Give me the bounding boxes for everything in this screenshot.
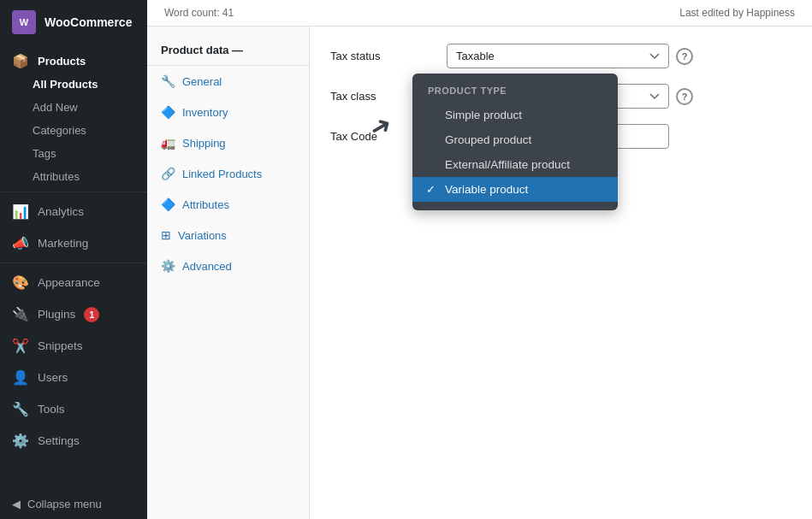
sidebar-item-tools[interactable]: 🔧 Tools [0, 393, 147, 425]
tax-class-help-icon[interactable]: ? [676, 88, 693, 105]
tab-inventory[interactable]: 🔷 Inventory [147, 97, 309, 127]
attributes-label: Attributes [33, 170, 80, 183]
analytics-icon: 📊 [12, 203, 29, 220]
attributes-tab-icon: 🔷 [161, 198, 175, 211]
variations-tab-label: Variations [178, 229, 227, 242]
tags-label: Tags [33, 147, 56, 160]
general-tab-label: General [182, 75, 222, 88]
collapse-menu-button[interactable]: ◀ Collapse menu [0, 489, 147, 519]
simple-product-label: Simple product [445, 109, 522, 121]
add-new-label: Add New [33, 101, 78, 114]
tax-status-select[interactable]: Taxable Shipping only None [447, 44, 669, 68]
plugins-badge: 1 [84, 307, 99, 322]
advanced-tab-label: Advanced [182, 260, 232, 273]
dropdown-option-simple[interactable]: Simple product [412, 103, 618, 127]
shipping-tab-label: Shipping [182, 137, 226, 150]
users-label: Users [38, 371, 68, 384]
main-content: Word count: 41 Last edited by Happiness … [147, 0, 812, 519]
collapse-icon: ◀ [12, 498, 21, 510]
appearance-icon: 🎨 [12, 274, 29, 291]
tax-status-help-icon[interactable]: ? [676, 48, 693, 65]
sidebar-item-users[interactable]: 👤 Users [0, 362, 147, 393]
tools-icon: 🔧 [12, 401, 29, 417]
tax-status-row: Tax status Taxable Shipping only None ? [330, 44, 791, 68]
woocommerce-label: WooCommerce [44, 15, 132, 29]
dropdown-option-grouped[interactable]: Grouped product [412, 127, 618, 152]
tab-attributes[interactable]: 🔷 Attributes [147, 189, 309, 220]
settings-label: Settings [38, 434, 80, 447]
plugins-label: Plugins [38, 308, 75, 321]
collapse-label: Collapse menu [27, 498, 102, 510]
sidebar-item-all-products[interactable]: All Products [0, 73, 147, 96]
all-products-label: All Products [33, 78, 98, 91]
product-data-label: Product data — [161, 44, 243, 56]
sidebar-item-add-new[interactable]: Add New [0, 96, 147, 119]
tax-status-control: Taxable Shipping only None ? [447, 44, 693, 68]
sidebar-item-analytics[interactable]: 📊 Analytics [0, 196, 147, 227]
tools-label: Tools [38, 403, 65, 416]
sidebar-item-appearance[interactable]: 🎨 Appearance [0, 267, 147, 298]
users-icon: 👤 [12, 369, 29, 386]
sidebar-item-products[interactable]: 📦 Products [0, 44, 147, 73]
tab-general[interactable]: 🔧 General [147, 66, 309, 97]
sidebar-item-plugins[interactable]: 🔌 Plugins 1 [0, 298, 147, 330]
tab-shipping[interactable]: 🚛 Shipping [147, 127, 309, 158]
tab-variations[interactable]: ⊞ Variations [147, 220, 309, 251]
categories-label: Categories [33, 124, 86, 137]
sidebar: W WooCommerce 📦 Products All Products Ad… [0, 0, 147, 519]
snippets-label: Snippets [38, 339, 83, 352]
linked-tab-icon: 🔗 [161, 167, 175, 180]
product-data-header: Product data — [147, 35, 309, 66]
tax-status-label: Tax status [330, 50, 433, 62]
woocommerce-logo[interactable]: W WooCommerce [0, 0, 147, 44]
products-icon: 📦 [12, 53, 29, 69]
top-bar: Word count: 41 Last edited by Happiness [147, 0, 812, 27]
sidebar-item-attributes[interactable]: Attributes [0, 165, 147, 188]
marketing-icon: 📣 [12, 235, 29, 251]
dropdown-option-external[interactable]: External/Affiliate product [412, 152, 618, 177]
advanced-tab-icon: ⚙️ [161, 259, 175, 273]
product-tabs: Product data — 🔧 General 🔷 Inventory 🚛 S… [147, 27, 310, 519]
dropdown-title: Product Type [412, 82, 618, 103]
attributes-tab-label: Attributes [182, 198, 229, 211]
tab-advanced[interactable]: ⚙️ Advanced [147, 251, 309, 281]
divider-2 [0, 262, 147, 263]
variations-tab-icon: ⊞ [161, 228, 171, 242]
settings-icon: ⚙️ [12, 433, 29, 449]
sidebar-item-categories[interactable]: Categories [0, 119, 147, 142]
divider-1 [0, 192, 147, 192]
general-tab-icon: 🔧 [161, 74, 175, 88]
snippets-icon: ✂️ [12, 338, 29, 354]
sidebar-item-marketing[interactable]: 📣 Marketing [0, 227, 147, 259]
inventory-tab-label: Inventory [182, 106, 228, 119]
grouped-product-label: Grouped product [445, 133, 531, 146]
external-product-label: External/Affiliate product [445, 158, 570, 171]
appearance-label: Appearance [38, 276, 100, 289]
woo-icon: W [12, 10, 36, 34]
analytics-label: Analytics [38, 205, 84, 218]
sidebar-item-tags[interactable]: Tags [0, 142, 147, 165]
last-edited: Last edited by Happiness [679, 7, 795, 19]
sidebar-item-settings[interactable]: ⚙️ Settings [0, 425, 147, 457]
products-label: Products [38, 55, 86, 68]
inventory-tab-icon: 🔷 [161, 105, 175, 119]
variable-product-label: Variable product [445, 183, 528, 196]
product-type-dropdown: Product Type Simple product Grouped prod… [412, 74, 618, 210]
dropdown-option-variable[interactable]: Variable product [412, 177, 618, 202]
shipping-tab-icon: 🚛 [161, 136, 175, 150]
word-count: Word count: 41 [164, 7, 234, 19]
marketing-label: Marketing [38, 237, 88, 250]
linked-products-tab-label: Linked Products [182, 168, 262, 180]
plugins-icon: 🔌 [12, 306, 29, 322]
tab-linked-products[interactable]: 🔗 Linked Products [147, 158, 309, 189]
sidebar-item-snippets[interactable]: ✂️ Snippets [0, 330, 147, 362]
